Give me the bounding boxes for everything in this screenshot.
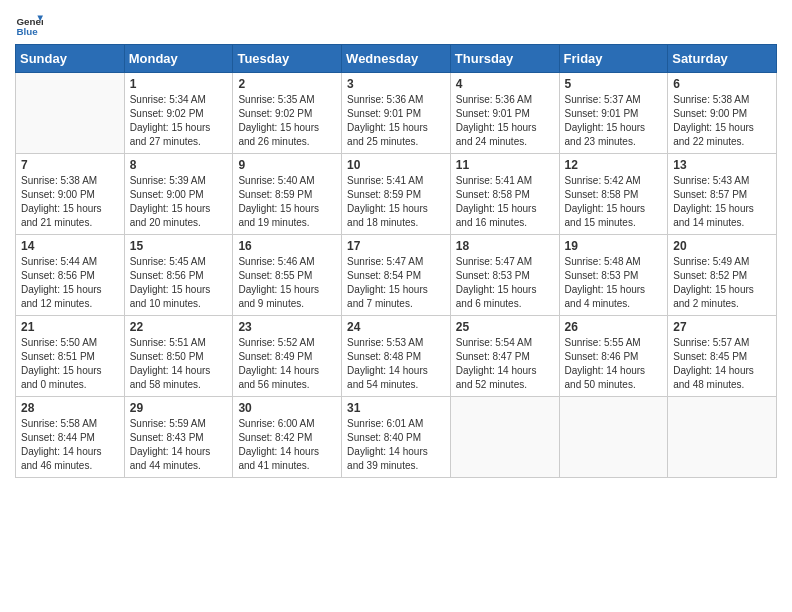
day-info: Sunrise: 5:52 AM Sunset: 8:49 PM Dayligh… [238,336,336,392]
logo: General Blue [15,10,43,38]
day-number: 28 [21,401,119,415]
day-info: Sunrise: 6:00 AM Sunset: 8:42 PM Dayligh… [238,417,336,473]
logo-icon: General Blue [15,10,43,38]
calendar-cell: 5Sunrise: 5:37 AM Sunset: 9:01 PM Daylig… [559,73,668,154]
day-number: 2 [238,77,336,91]
day-info: Sunrise: 5:49 AM Sunset: 8:52 PM Dayligh… [673,255,771,311]
day-info: Sunrise: 5:59 AM Sunset: 8:43 PM Dayligh… [130,417,228,473]
calendar-cell: 1Sunrise: 5:34 AM Sunset: 9:02 PM Daylig… [124,73,233,154]
day-info: Sunrise: 5:53 AM Sunset: 8:48 PM Dayligh… [347,336,445,392]
calendar-cell: 2Sunrise: 5:35 AM Sunset: 9:02 PM Daylig… [233,73,342,154]
day-number: 20 [673,239,771,253]
day-info: Sunrise: 5:41 AM Sunset: 8:58 PM Dayligh… [456,174,554,230]
calendar-cell: 16Sunrise: 5:46 AM Sunset: 8:55 PM Dayli… [233,235,342,316]
day-number: 1 [130,77,228,91]
day-number: 31 [347,401,445,415]
calendar-cell: 17Sunrise: 5:47 AM Sunset: 8:54 PM Dayli… [342,235,451,316]
weekday-header-monday: Monday [124,45,233,73]
calendar-cell: 11Sunrise: 5:41 AM Sunset: 8:58 PM Dayli… [450,154,559,235]
day-info: Sunrise: 5:40 AM Sunset: 8:59 PM Dayligh… [238,174,336,230]
svg-text:Blue: Blue [16,26,38,37]
weekday-header-wednesday: Wednesday [342,45,451,73]
day-info: Sunrise: 5:34 AM Sunset: 9:02 PM Dayligh… [130,93,228,149]
calendar-cell: 10Sunrise: 5:41 AM Sunset: 8:59 PM Dayli… [342,154,451,235]
calendar-cell: 23Sunrise: 5:52 AM Sunset: 8:49 PM Dayli… [233,316,342,397]
calendar-cell: 29Sunrise: 5:59 AM Sunset: 8:43 PM Dayli… [124,397,233,478]
day-info: Sunrise: 5:54 AM Sunset: 8:47 PM Dayligh… [456,336,554,392]
calendar-cell [16,73,125,154]
day-info: Sunrise: 5:41 AM Sunset: 8:59 PM Dayligh… [347,174,445,230]
day-number: 12 [565,158,663,172]
weekday-header-tuesday: Tuesday [233,45,342,73]
day-info: Sunrise: 5:38 AM Sunset: 9:00 PM Dayligh… [21,174,119,230]
day-info: Sunrise: 5:51 AM Sunset: 8:50 PM Dayligh… [130,336,228,392]
weekday-header-friday: Friday [559,45,668,73]
calendar-cell: 3Sunrise: 5:36 AM Sunset: 9:01 PM Daylig… [342,73,451,154]
day-info: Sunrise: 5:38 AM Sunset: 9:00 PM Dayligh… [673,93,771,149]
day-info: Sunrise: 5:37 AM Sunset: 9:01 PM Dayligh… [565,93,663,149]
day-number: 13 [673,158,771,172]
calendar-cell: 26Sunrise: 5:55 AM Sunset: 8:46 PM Dayli… [559,316,668,397]
day-number: 23 [238,320,336,334]
day-number: 7 [21,158,119,172]
calendar-cell [559,397,668,478]
day-info: Sunrise: 5:50 AM Sunset: 8:51 PM Dayligh… [21,336,119,392]
day-number: 9 [238,158,336,172]
calendar-cell: 30Sunrise: 6:00 AM Sunset: 8:42 PM Dayli… [233,397,342,478]
weekday-row: SundayMondayTuesdayWednesdayThursdayFrid… [16,45,777,73]
day-number: 6 [673,77,771,91]
weekday-header-thursday: Thursday [450,45,559,73]
day-number: 8 [130,158,228,172]
calendar-cell: 15Sunrise: 5:45 AM Sunset: 8:56 PM Dayli… [124,235,233,316]
week-row-5: 28Sunrise: 5:58 AM Sunset: 8:44 PM Dayli… [16,397,777,478]
calendar-cell: 20Sunrise: 5:49 AM Sunset: 8:52 PM Dayli… [668,235,777,316]
calendar-cell: 14Sunrise: 5:44 AM Sunset: 8:56 PM Dayli… [16,235,125,316]
day-number: 19 [565,239,663,253]
calendar-cell: 25Sunrise: 5:54 AM Sunset: 8:47 PM Dayli… [450,316,559,397]
day-info: Sunrise: 5:47 AM Sunset: 8:53 PM Dayligh… [456,255,554,311]
calendar-cell [668,397,777,478]
day-info: Sunrise: 5:39 AM Sunset: 9:00 PM Dayligh… [130,174,228,230]
calendar-cell [450,397,559,478]
week-row-1: 1Sunrise: 5:34 AM Sunset: 9:02 PM Daylig… [16,73,777,154]
calendar-cell: 24Sunrise: 5:53 AM Sunset: 8:48 PM Dayli… [342,316,451,397]
calendar-header: SundayMondayTuesdayWednesdayThursdayFrid… [16,45,777,73]
day-number: 26 [565,320,663,334]
calendar-cell: 21Sunrise: 5:50 AM Sunset: 8:51 PM Dayli… [16,316,125,397]
page-header: General Blue [15,10,777,38]
day-number: 29 [130,401,228,415]
calendar-cell: 31Sunrise: 6:01 AM Sunset: 8:40 PM Dayli… [342,397,451,478]
weekday-header-sunday: Sunday [16,45,125,73]
day-info: Sunrise: 5:42 AM Sunset: 8:58 PM Dayligh… [565,174,663,230]
day-info: Sunrise: 5:45 AM Sunset: 8:56 PM Dayligh… [130,255,228,311]
calendar-cell: 4Sunrise: 5:36 AM Sunset: 9:01 PM Daylig… [450,73,559,154]
day-number: 25 [456,320,554,334]
calendar-cell: 27Sunrise: 5:57 AM Sunset: 8:45 PM Dayli… [668,316,777,397]
day-number: 27 [673,320,771,334]
calendar-cell: 8Sunrise: 5:39 AM Sunset: 9:00 PM Daylig… [124,154,233,235]
day-number: 5 [565,77,663,91]
day-number: 30 [238,401,336,415]
calendar-cell: 7Sunrise: 5:38 AM Sunset: 9:00 PM Daylig… [16,154,125,235]
day-number: 17 [347,239,445,253]
day-number: 3 [347,77,445,91]
day-info: Sunrise: 5:44 AM Sunset: 8:56 PM Dayligh… [21,255,119,311]
day-info: Sunrise: 5:36 AM Sunset: 9:01 PM Dayligh… [347,93,445,149]
day-info: Sunrise: 5:35 AM Sunset: 9:02 PM Dayligh… [238,93,336,149]
day-number: 21 [21,320,119,334]
calendar-cell: 19Sunrise: 5:48 AM Sunset: 8:53 PM Dayli… [559,235,668,316]
week-row-4: 21Sunrise: 5:50 AM Sunset: 8:51 PM Dayli… [16,316,777,397]
day-info: Sunrise: 5:46 AM Sunset: 8:55 PM Dayligh… [238,255,336,311]
day-info: Sunrise: 5:48 AM Sunset: 8:53 PM Dayligh… [565,255,663,311]
day-number: 4 [456,77,554,91]
day-info: Sunrise: 5:36 AM Sunset: 9:01 PM Dayligh… [456,93,554,149]
day-number: 16 [238,239,336,253]
calendar-cell: 22Sunrise: 5:51 AM Sunset: 8:50 PM Dayli… [124,316,233,397]
day-info: Sunrise: 5:47 AM Sunset: 8:54 PM Dayligh… [347,255,445,311]
day-number: 15 [130,239,228,253]
week-row-2: 7Sunrise: 5:38 AM Sunset: 9:00 PM Daylig… [16,154,777,235]
calendar-cell: 28Sunrise: 5:58 AM Sunset: 8:44 PM Dayli… [16,397,125,478]
weekday-header-saturday: Saturday [668,45,777,73]
day-info: Sunrise: 5:58 AM Sunset: 8:44 PM Dayligh… [21,417,119,473]
day-info: Sunrise: 5:57 AM Sunset: 8:45 PM Dayligh… [673,336,771,392]
